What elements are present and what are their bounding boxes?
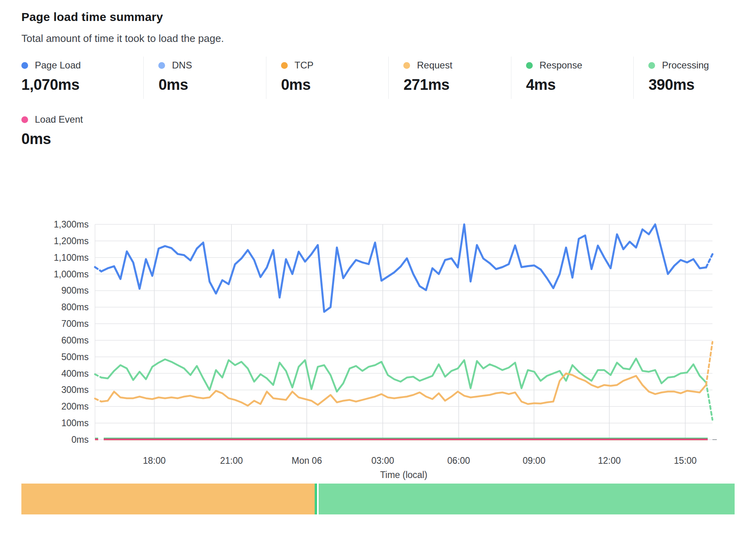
series-page-load <box>101 224 706 312</box>
series-page-load <box>706 254 712 268</box>
metric-value: 390ms <box>648 76 756 93</box>
metric-value: 0ms <box>281 76 389 93</box>
y-tick-label: 1,200ms <box>54 236 89 246</box>
metrics-row: Page Load1,070msDNS0msTCP0msRequest271ms… <box>21 57 756 99</box>
x-tick-label: 12:00 <box>598 455 621 466</box>
y-tick-label: 600ms <box>61 335 89 345</box>
chart-area: 0ms100ms200ms300ms400ms500ms600ms700ms80… <box>0 214 756 483</box>
y-tick-label: 100ms <box>61 418 89 428</box>
metric-label: Load Event <box>35 114 83 125</box>
metric-label: DNS <box>172 60 192 71</box>
metric-label: Request <box>417 60 452 71</box>
metric-dns[interactable]: DNS0ms <box>143 57 266 99</box>
metric-label: TCP <box>294 60 313 71</box>
metric-value: 271ms <box>403 76 511 93</box>
x-tick-label: 06:00 <box>447 455 470 466</box>
metric-label: Processing <box>662 60 709 71</box>
metric-value: 4ms <box>526 76 634 93</box>
y-tick-label: 0ms <box>72 434 89 445</box>
series-processing <box>706 383 712 420</box>
x-axis-title: Time (local) <box>380 470 427 480</box>
metric-value: 1,070ms <box>21 76 143 93</box>
legend-dot-icon <box>281 62 288 69</box>
series-request <box>706 342 712 385</box>
y-tick-label: 500ms <box>61 352 89 362</box>
metric-load-event[interactable]: Load Event0ms <box>21 111 147 153</box>
metric-request[interactable]: Request271ms <box>388 57 511 99</box>
y-tick-label: 1,300ms <box>54 219 89 230</box>
x-tick-label: 03:00 <box>371 455 394 466</box>
metric-label: Response <box>539 60 582 71</box>
series-request <box>101 374 706 406</box>
range-bar-segment-3[interactable] <box>319 484 735 514</box>
legend-dot-icon <box>526 62 533 69</box>
legend-dot-icon <box>403 62 410 69</box>
x-tick-label: 15:00 <box>674 455 697 466</box>
y-tick-label: 400ms <box>61 368 89 379</box>
metric-processing[interactable]: Processing390ms <box>633 57 756 99</box>
metric-value: 0ms <box>21 131 147 148</box>
y-tick-label: 300ms <box>61 385 89 395</box>
range-bar-segment-0[interactable] <box>21 484 315 514</box>
metric-value: 0ms <box>158 76 266 93</box>
y-tick-label: 200ms <box>61 401 89 412</box>
timeline-range-bar[interactable] <box>21 484 735 514</box>
x-tick-label: Mon 06 <box>292 455 322 466</box>
y-tick-label: 1,000ms <box>54 269 89 279</box>
metric-label: Page Load <box>35 60 81 71</box>
y-tick-label: 800ms <box>61 302 89 312</box>
series-processing <box>95 374 101 378</box>
series-processing <box>101 359 706 392</box>
metrics-row-2: Load Event0ms <box>21 111 756 153</box>
legend-dot-icon <box>158 62 165 69</box>
x-tick-label: 09:00 <box>522 455 545 466</box>
series-request <box>95 398 101 402</box>
legend-dot-icon <box>648 62 655 69</box>
series-page-load <box>95 267 101 271</box>
legend-dot-icon <box>21 116 28 123</box>
page-title: Page load time summary <box>21 10 756 24</box>
y-tick-label: 1,100ms <box>54 252 89 263</box>
metric-response[interactable]: Response4ms <box>511 57 634 99</box>
x-tick-label: 21:00 <box>220 455 243 466</box>
load-time-chart[interactable]: 0ms100ms200ms300ms400ms500ms600ms700ms80… <box>0 214 756 483</box>
y-tick-label: 900ms <box>61 285 89 296</box>
metric-tcp[interactable]: TCP0ms <box>266 57 389 99</box>
metric-page-load[interactable]: Page Load1,070ms <box>21 57 143 99</box>
y-tick-label: 700ms <box>61 319 89 329</box>
page-load-summary-panel: { "header": { "title": "Page load time s… <box>0 0 756 535</box>
legend-dot-icon <box>21 62 28 69</box>
x-tick-label: 18:00 <box>143 455 166 466</box>
page-subtitle: Total amount of time it took to load the… <box>21 32 756 45</box>
